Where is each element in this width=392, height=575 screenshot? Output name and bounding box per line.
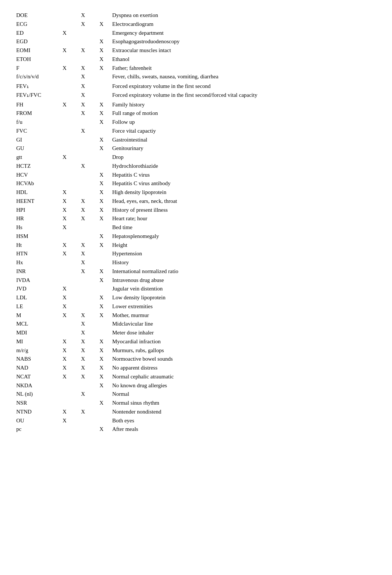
table-row: HCVAbXHepatitis C virus antibody bbox=[15, 179, 377, 188]
abbreviation-cell: f/u bbox=[15, 118, 55, 127]
table-row: HCTZXHydrochlorothiazide bbox=[15, 162, 377, 171]
col1-cell: X bbox=[55, 346, 74, 355]
col1-cell bbox=[55, 179, 74, 188]
col2-cell bbox=[74, 381, 92, 390]
col1-cell bbox=[55, 162, 74, 171]
col3-cell: X bbox=[92, 171, 111, 180]
table-row: IVDAXIntravenous drug abuse bbox=[15, 276, 377, 285]
col3-cell bbox=[92, 29, 111, 38]
definition-cell: Electrocardiogram bbox=[111, 20, 377, 29]
definition-cell: Myocardial infraction bbox=[111, 337, 377, 346]
definition-cell: Hepatitis C virus antibody bbox=[111, 179, 377, 188]
table-row: FEV₁XForced expiratory volume in the fir… bbox=[15, 82, 377, 91]
table-row: m/r/gXXXMurmurs, rubs, gallops bbox=[15, 346, 377, 355]
col3-cell: X bbox=[92, 372, 111, 381]
col3-cell: X bbox=[92, 267, 111, 276]
col2-cell bbox=[74, 179, 92, 188]
abbreviation-cell: HEENT bbox=[15, 197, 55, 206]
table-row: HTNXXHypertension bbox=[15, 249, 377, 258]
table-row: gttXDrop bbox=[15, 153, 377, 162]
table-row: LDLXXLow density lipoprotein bbox=[15, 293, 377, 302]
col3-cell: X bbox=[92, 206, 111, 215]
table-row: ETOHXEthanol bbox=[15, 55, 377, 64]
abbreviation-cell: LDL bbox=[15, 293, 55, 302]
col3-cell bbox=[92, 127, 111, 136]
table-row: NABSXXXNormoactive bowel sounds bbox=[15, 355, 377, 364]
col2-cell bbox=[74, 153, 92, 162]
table-row: GIXGastrointestinal bbox=[15, 136, 377, 144]
col1-cell: X bbox=[55, 197, 74, 206]
abbreviation-cell: HCTZ bbox=[15, 162, 55, 171]
table-row: FVCXForce vital capactiy bbox=[15, 127, 377, 136]
abbreviation-cell: GU bbox=[15, 144, 55, 153]
abbreviation-cell: NL (nl) bbox=[15, 390, 55, 399]
col3-cell: X bbox=[92, 355, 111, 364]
col2-cell: X bbox=[74, 258, 92, 267]
col2-cell: X bbox=[74, 46, 92, 55]
table-row: FEV₁/FVCXForced expiratory volume in the… bbox=[15, 91, 377, 100]
definition-cell: No known drug allergies bbox=[111, 381, 377, 390]
col1-cell: X bbox=[55, 223, 74, 232]
definition-cell: Family history bbox=[111, 101, 377, 109]
abbreviation-cell: ECG bbox=[15, 20, 55, 29]
col3-cell: X bbox=[92, 232, 111, 241]
col1-cell: X bbox=[55, 337, 74, 346]
abbreviation-cell: NCAT bbox=[15, 372, 55, 381]
definition-cell: After meals bbox=[111, 425, 377, 434]
abbreviation-cell: HCV bbox=[15, 171, 55, 180]
col3-cell bbox=[92, 285, 111, 293]
definition-cell: Normoactive bowel sounds bbox=[111, 355, 377, 364]
col2-cell bbox=[74, 425, 92, 434]
abbreviation-cell: FH bbox=[15, 101, 55, 109]
col1-cell bbox=[55, 399, 74, 408]
col2-cell: X bbox=[74, 241, 92, 250]
table-row: HxXHistory bbox=[15, 258, 377, 267]
col1-cell bbox=[55, 127, 74, 136]
table-row: HDLXXHigh density lipoprotein bbox=[15, 188, 377, 197]
definition-cell: Full range of motion bbox=[111, 109, 377, 118]
abbreviation-cell: FROM bbox=[15, 109, 55, 118]
abbreviation-cell: FEV₁/FVC bbox=[15, 91, 55, 100]
table-row: FXXXFather; fahrenheit bbox=[15, 64, 377, 73]
abbreviation-cell: EOMI bbox=[15, 46, 55, 55]
col1-cell: X bbox=[55, 46, 74, 55]
abbreviation-cell: Hs bbox=[15, 223, 55, 232]
abbreviation-cell: Ht bbox=[15, 241, 55, 250]
definition-cell: Head, eyes, ears, neck, throat bbox=[111, 197, 377, 206]
col1-cell bbox=[55, 55, 74, 64]
col1-cell: X bbox=[55, 249, 74, 258]
definition-cell: No apparent distress bbox=[111, 364, 377, 372]
col3-cell bbox=[92, 390, 111, 399]
col2-cell: X bbox=[74, 320, 92, 329]
col2-cell bbox=[74, 293, 92, 302]
table-row: OUXBoth eyes bbox=[15, 416, 377, 425]
col1-cell: X bbox=[55, 311, 74, 320]
col2-cell bbox=[74, 37, 92, 46]
col3-cell: X bbox=[92, 302, 111, 311]
col1-cell bbox=[55, 329, 74, 337]
abbreviation-cell: NKDA bbox=[15, 381, 55, 390]
col2-cell: X bbox=[74, 206, 92, 215]
col2-cell bbox=[74, 136, 92, 144]
definition-cell: Murmurs, rubs, gallops bbox=[111, 346, 377, 355]
table-row: EDXEmergency department bbox=[15, 29, 377, 38]
abbreviation-cell: M bbox=[15, 311, 55, 320]
col1-cell: X bbox=[55, 206, 74, 215]
table-row: INRXXInternational normalized ratio bbox=[15, 267, 377, 276]
col1-cell: X bbox=[55, 153, 74, 162]
definition-cell: Ethanol bbox=[111, 55, 377, 64]
abbreviation-cell: MCL bbox=[15, 320, 55, 329]
definition-cell: Fever, chills, sweats, nausea, vomiting,… bbox=[111, 72, 377, 81]
col1-cell bbox=[55, 91, 74, 100]
col2-cell: X bbox=[74, 197, 92, 206]
abbreviation-cell: MI bbox=[15, 337, 55, 346]
col1-cell bbox=[55, 72, 74, 81]
col2-cell: X bbox=[74, 311, 92, 320]
col1-cell: X bbox=[55, 364, 74, 372]
definition-cell: Normal bbox=[111, 390, 377, 399]
col2-cell: X bbox=[74, 390, 92, 399]
col1-cell: X bbox=[55, 293, 74, 302]
col2-cell bbox=[74, 144, 92, 153]
definition-cell: Forced expiratory volume in the first se… bbox=[111, 82, 377, 91]
definition-cell: Hepatitis C virus bbox=[111, 171, 377, 180]
